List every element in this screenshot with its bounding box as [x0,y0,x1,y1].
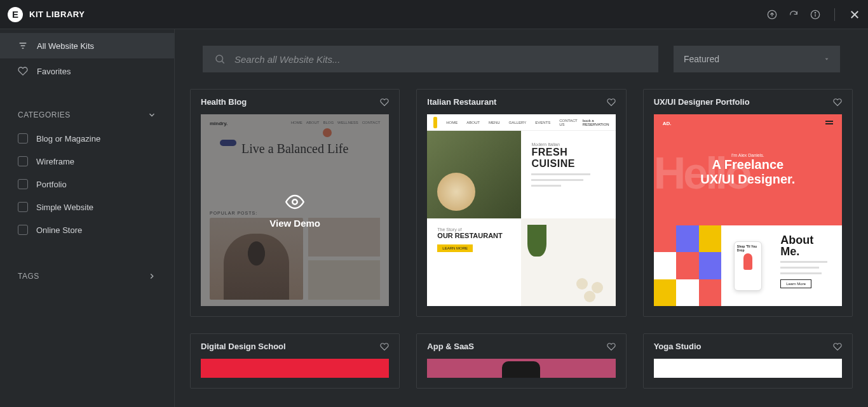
favorite-toggle[interactable] [607,342,616,351]
hover-overlay: View Demo [201,114,389,306]
svg-marker-11 [825,58,829,60]
info-icon[interactable] [810,10,820,20]
kit-title: Italian Restaurant [427,97,496,107]
category-blog-or-magazine[interactable]: Blog or Magazine [0,127,174,150]
sidebar: All Website Kits Favorites CATEGORIES Bl… [0,29,175,407]
search-wrap [203,46,658,72]
favorite-toggle[interactable] [380,98,389,107]
nav-all-kits[interactable]: All Website Kits [0,33,174,58]
elementor-logo: E [8,7,23,22]
kit-thumbnail[interactable]: mindry. HOMEABOUTBLOGWELLNESSCONTACT Liv… [201,114,389,306]
kit-grid: Health Blog mindry. HOMEABOUTBLOGWELLNES… [175,89,868,404]
category-label: Wireframe [36,157,74,166]
chevron-down-icon [147,110,156,119]
kit-card-ux-ui-designer[interactable]: UX/UI Designer Portfolio AD. Hello I'm A… [643,89,853,317]
heart-icon [18,66,28,76]
upload-icon[interactable] [767,10,777,20]
search-icon [214,53,226,65]
category-label: Blog or Magazine [36,134,100,143]
category-portfolio[interactable]: Portfolio [0,173,174,196]
svg-point-12 [292,199,297,204]
tags-toggle[interactable]: TAGS [0,264,174,288]
kit-title: Health Blog [201,97,247,107]
app-title: KIT LIBRARY [29,10,85,19]
kit-thumbnail[interactable] [427,359,615,378]
filter-icon [18,41,28,51]
checkbox[interactable] [18,202,28,212]
eye-icon [285,192,304,211]
sort-selected-label: Featured [684,54,719,64]
kit-title: Yoga Studio [654,342,702,351]
checkbox[interactable] [18,156,28,166]
kit-card-health-blog[interactable]: Health Blog mindry. HOMEABOUTBLOGWELLNES… [190,89,400,317]
svg-point-3 [815,12,815,13]
chevron-right-icon [147,272,156,281]
kit-title: App & SaaS [427,342,474,351]
refresh-icon[interactable] [789,10,799,20]
kit-thumbnail[interactable]: AD. Hello I'm Alex Daniels. A FreelanceU… [654,114,842,306]
category-label: Simple Website [36,203,93,212]
nav-label: Favorites [37,67,71,76]
favorite-toggle[interactable] [833,342,842,351]
kit-card-digital-design-school[interactable]: Digital Design School [190,333,400,389]
kit-title: UX/UI Designer Portfolio [654,97,750,107]
kit-thumbnail[interactable] [654,359,842,378]
kit-thumbnail[interactable]: HOMEABOUTMENUGALLERYEVENTSCONTACT USbook… [427,114,615,306]
chevron-down-icon [824,56,830,62]
kit-card-italian-restaurant[interactable]: Italian Restaurant HOMEABOUTMENUGALLERYE… [416,89,626,317]
view-demo-label[interactable]: View Demo [269,218,320,229]
checkbox[interactable] [18,133,28,143]
kit-card-app-saas[interactable]: App & SaaS [416,333,626,389]
favorite-toggle[interactable] [607,98,616,107]
main-content: Featured Health Blog mindry. HOMEABOUTBL… [175,29,868,407]
kit-card-yoga-studio[interactable]: Yoga Studio [643,333,853,389]
category-simple-website[interactable]: Simple Website [0,196,174,218]
header-divider [834,8,835,21]
nav-favorites[interactable]: Favorites [0,58,174,84]
svg-point-9 [216,55,223,62]
sort-select[interactable]: Featured [674,46,840,72]
checkbox[interactable] [18,225,28,235]
tags-title: TAGS [18,272,39,281]
category-online-store[interactable]: Online Store [0,218,174,241]
favorite-toggle[interactable] [380,342,389,351]
nav-label: All Website Kits [37,41,94,51]
categories-toggle[interactable]: CATEGORIES [0,103,174,127]
category-label: Online Store [36,225,82,235]
close-icon[interactable] [849,9,860,20]
category-label: Portfolio [36,180,67,189]
kit-title: Digital Design School [201,342,286,351]
search-input[interactable] [234,54,647,65]
app-header: E KIT LIBRARY [0,0,868,29]
category-wireframe[interactable]: Wireframe [0,150,174,173]
checkbox[interactable] [18,179,28,189]
kit-thumbnail[interactable] [201,359,389,378]
favorite-toggle[interactable] [833,98,842,107]
categories-title: CATEGORIES [18,110,71,119]
svg-line-10 [222,61,224,63]
